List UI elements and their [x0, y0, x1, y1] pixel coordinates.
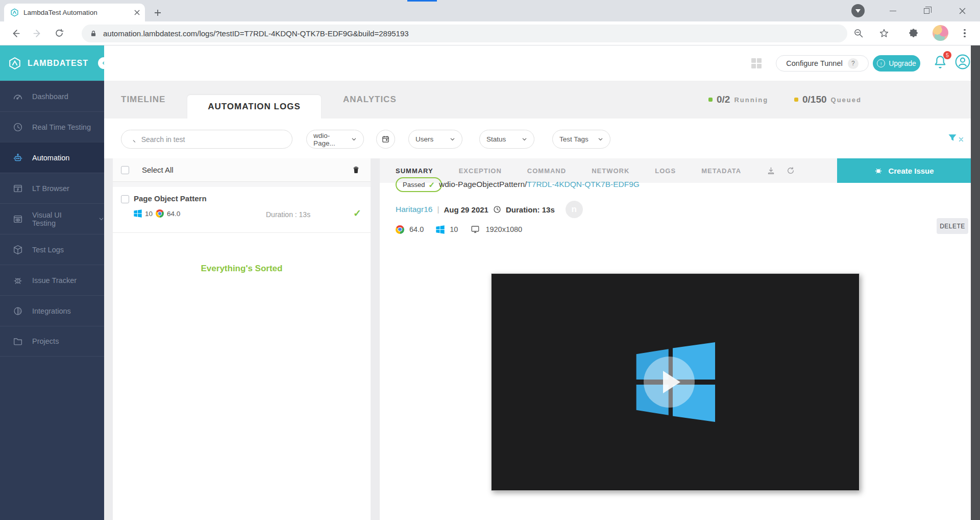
sidebar-item-integrations[interactable]: Integrations: [0, 295, 104, 326]
tab-analytics[interactable]: ANALYTICS: [343, 81, 397, 119]
select-all-label: Select All: [142, 166, 352, 174]
chevron-down-icon: [522, 136, 527, 142]
sidebar-item-label: Real Time Testing: [32, 123, 91, 131]
windows-icon: [134, 209, 142, 218]
user-link[interactable]: Haritagr16: [396, 205, 432, 214]
chevron-down-icon: [598, 136, 603, 142]
tunnel-help-icon[interactable]: ?: [848, 58, 859, 69]
notifications-button[interactable]: 5: [932, 53, 948, 73]
users-dropdown[interactable]: Users: [408, 130, 462, 149]
refresh-icon[interactable]: [787, 167, 795, 175]
tab-automation-logs[interactable]: AUTOMATION LOGS: [187, 95, 321, 119]
browser-tab-strip: LambdaTest Automation: [0, 0, 980, 21]
page-scrollbar[interactable]: [971, 45, 980, 520]
env-browser-version: 64.0: [409, 225, 424, 233]
tab-close-icon[interactable]: [134, 10, 140, 15]
lambdatest-favicon: [10, 8, 19, 17]
chrome-icon: [396, 225, 404, 234]
restore-button[interactable]: [915, 0, 938, 21]
trash-icon[interactable]: [352, 165, 360, 175]
sidebar-item-lt-browser[interactable]: LT Browser: [0, 173, 104, 203]
bug-icon: [874, 166, 883, 175]
delete-button[interactable]: DELETE: [937, 218, 968, 234]
test-detail-panel: SUMMARY EXCEPTION COMMAND NETWORK LOGS M…: [380, 158, 971, 520]
apps-grid-icon[interactable]: [750, 57, 763, 69]
test-list-panel: Select All Page Object Pattern 10 64.0 D…: [113, 158, 371, 520]
status-dropdown-value: Status: [486, 135, 506, 143]
detail-tab-network[interactable]: NETWORK: [592, 167, 629, 175]
running-dot: [708, 98, 713, 102]
sidebar-item-dashboard[interactable]: Dashboard: [0, 81, 104, 111]
detail-tab-exception[interactable]: EXCEPTION: [459, 167, 502, 175]
separator: |: [437, 205, 439, 214]
monitor-icon: [470, 225, 480, 234]
sidebar-item-label: Test Logs: [32, 246, 64, 254]
select-all-bar: Select All: [113, 158, 371, 182]
forward-icon[interactable]: [28, 24, 46, 42]
detail-tab-command[interactable]: COMMAND: [527, 167, 566, 175]
account-button[interactable]: [954, 54, 971, 72]
media-control-icon[interactable]: [851, 4, 865, 17]
url-bar[interactable]: automation.lambdatest.com/logs/?testID=T…: [82, 25, 847, 42]
chevron-down-icon: [351, 136, 357, 142]
sidebar-item-label: Projects: [32, 337, 59, 345]
search-input[interactable]: [141, 135, 285, 144]
test-path: wdio-PageObjectPattern/T7RDL-4KDQN-QTK7B…: [439, 180, 640, 189]
framework-badge: n: [566, 201, 583, 218]
date-filter-button[interactable]: [376, 130, 395, 149]
box-icon: [12, 244, 23, 255]
integrations-icon: [12, 305, 23, 317]
clock-history-icon: [12, 122, 23, 133]
minimize-button[interactable]: [881, 0, 904, 21]
sidebar-item-projects[interactable]: Projects: [0, 326, 104, 357]
status-dropdown[interactable]: Status: [479, 130, 534, 149]
detail-tab-metadata[interactable]: METADATA: [701, 167, 741, 175]
test-id-link[interactable]: T7RDL-4KDQN-QTK7B-EDF9G: [527, 180, 639, 188]
detail-tab-logs[interactable]: LOGS: [655, 167, 676, 175]
search-box[interactable]: [121, 130, 292, 149]
detail-tab-summary[interactable]: SUMMARY: [396, 167, 433, 175]
queued-counter: 0/150 Queued: [794, 81, 862, 119]
bookmark-star-icon[interactable]: [875, 24, 893, 42]
sidebar-brand[interactable]: LAMBDATEST: [0, 45, 104, 81]
queued-dot: [794, 98, 798, 102]
env-os-version: 10: [450, 225, 458, 233]
test-item-checkbox[interactable]: [121, 195, 129, 203]
browser-menu-icon[interactable]: [955, 24, 974, 42]
play-button[interactable]: [644, 357, 695, 408]
sidebar-item-issue-tracker[interactable]: Issue Tracker: [0, 265, 104, 295]
create-issue-button[interactable]: Create Issue: [837, 158, 971, 183]
users-dropdown-value: Users: [415, 135, 433, 143]
select-all-checkbox[interactable]: [121, 166, 129, 174]
profile-avatar[interactable]: [933, 25, 948, 41]
test-item-name: Page Object Pattern: [134, 194, 360, 203]
close-window-button[interactable]: [950, 0, 974, 21]
filter-row: wdio-Page... Users Status Test Tags: [104, 119, 971, 158]
configure-tunnel-button[interactable]: Configure Tunnel ?: [776, 55, 869, 72]
back-icon[interactable]: [6, 24, 24, 42]
new-tab-icon[interactable]: [151, 6, 164, 19]
clear-filters-button[interactable]: [947, 133, 964, 143]
sidebar-item-real-time-testing[interactable]: Real Time Testing: [0, 111, 104, 142]
zoom-out-icon[interactable]: [849, 24, 868, 42]
lambdatest-logo-icon: [8, 57, 21, 70]
upgrade-button[interactable]: ↑ Upgrade: [873, 55, 920, 72]
sidebar-item-label: Visual UI Testing: [32, 211, 87, 227]
build-dropdown[interactable]: wdio-Page...: [306, 130, 364, 149]
test-date: Aug 29 2021: [444, 205, 488, 214]
test-list-item[interactable]: Page Object Pattern 10 64.0 Duration : 1…: [113, 187, 371, 233]
browser-tab[interactable]: LambdaTest Automation: [4, 4, 145, 21]
extensions-puzzle-icon[interactable]: [904, 24, 923, 42]
download-icon[interactable]: [767, 167, 775, 175]
reload-icon[interactable]: [50, 24, 68, 42]
sidebar-item-visual-ui-testing[interactable]: Visual UI Testing: [0, 203, 104, 234]
sidebar-item-automation[interactable]: Automation: [0, 142, 104, 173]
sidebar-item-test-logs[interactable]: Test Logs: [0, 234, 104, 265]
upgrade-arrow-icon: ↑: [877, 59, 885, 67]
brand-name: LAMBDATEST: [28, 59, 88, 68]
create-issue-label: Create Issue: [888, 167, 934, 175]
test-tags-dropdown[interactable]: Test Tags: [552, 130, 610, 149]
person-icon: [954, 54, 971, 70]
test-video-player[interactable]: [491, 273, 860, 491]
tab-timeline[interactable]: TIMELINE: [121, 81, 165, 119]
